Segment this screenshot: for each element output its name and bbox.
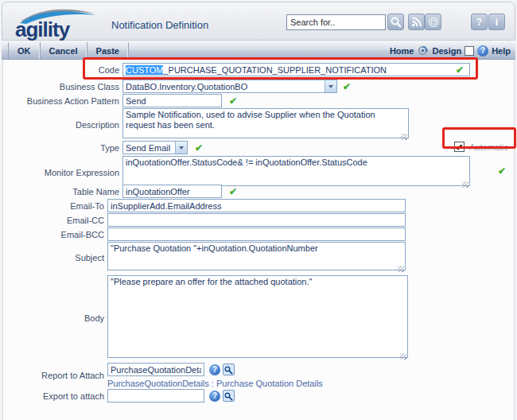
email-cc-row: Email-CC [3, 213, 512, 227]
automatic-label: Automatic [469, 142, 508, 152]
app-header: agility Notification Definition [2, 2, 515, 41]
valid-check-icon: ✔ [343, 82, 351, 91]
question-icon: ? [476, 17, 482, 28]
email-to-label: Email-To [3, 201, 107, 211]
table-name-label: Table Name [3, 187, 122, 196]
business-class-label: Business Class [3, 82, 122, 91]
report-to-attach-label: Report to Attach [3, 371, 107, 380]
subject-textarea[interactable]: "Purchase Quotation "+inQuotation.Quotat… [107, 242, 406, 270]
question-glyph: ? [212, 391, 217, 400]
body-label: Body [3, 313, 107, 323]
email-bcc-row: Email-BCC [3, 228, 512, 241]
email-cc-label: Email-CC [3, 216, 107, 225]
page-title: Notification Definition [111, 19, 208, 31]
code-value-selected: CUSTOM [126, 65, 163, 75]
report-to-attach-row: Report to Attach ? PurchaseQuotationDeta… [3, 363, 512, 388]
logo-wordmark: agility [15, 18, 69, 42]
type-value: Send Email [126, 143, 170, 153]
code-row: Code CUSTOM_PURCHASE_QUOTATION_SUPPLIER_… [3, 63, 512, 76]
globe-icon [427, 16, 440, 29]
business-action-pattern-label: Business Action Pattern [3, 96, 122, 106]
email-bcc-input[interactable] [107, 228, 406, 241]
type-label: Type [3, 143, 122, 153]
valid-check-icon: ✔ [195, 143, 203, 153]
help-button[interactable]: ? [471, 14, 488, 30]
paste-button-label: Paste [96, 46, 119, 56]
checkbox-check-icon: ✔ [456, 143, 463, 151]
agility-logo: agility [14, 5, 101, 40]
type-row: Type Send Email ✔ ✔ Automatic [3, 141, 512, 154]
valid-check-icon: ✔ [229, 96, 237, 106]
cancel-button-label: Cancel [49, 46, 78, 56]
question-glyph: ? [480, 46, 485, 55]
monitor-expression-label: Monitor Expression [3, 168, 122, 177]
automatic-checkbox[interactable]: ✔ [454, 142, 465, 152]
export-to-attach-label: Export to attach [3, 391, 107, 401]
action-toolbar: OK Cancel Paste Home Design ? Help [2, 42, 515, 60]
email-cc-input[interactable] [107, 213, 406, 227]
business-class-select[interactable]: DataBO.Inventory.QuotationBO [122, 80, 337, 93]
code-value-rest: _PURCHASE_QUOTATION_SUPPLIER_NOTIFICATIO… [163, 65, 387, 75]
automatic-field: ✔ Automatic [454, 142, 508, 152]
search-input[interactable] [286, 14, 386, 30]
business-action-pattern-input[interactable] [122, 94, 222, 107]
description-row: Description Sample Notification, used to… [3, 108, 512, 142]
email-bcc-label: Email-BCC [3, 230, 107, 239]
design-icon [417, 45, 429, 56]
ok-button[interactable]: OK [8, 42, 41, 59]
valid-check-icon: ✔ [498, 166, 506, 176]
table-name-row: Table Name ✔ [3, 185, 512, 198]
design-checkbox[interactable] [465, 46, 474, 56]
info-icon: i [496, 17, 498, 28]
question-glyph: ? [212, 365, 217, 374]
search-button[interactable] [387, 14, 404, 30]
code-input[interactable]: CUSTOM_PURCHASE_QUOTATION_SUPPLIER_NOTIF… [122, 63, 470, 76]
email-to-input[interactable] [107, 199, 406, 212]
description-label: Description [3, 120, 122, 130]
export-to-attach-input[interactable] [107, 389, 204, 402]
rss-icon [410, 16, 422, 28]
business-class-row: Business Class DataBO.Inventory.Quotatio… [3, 80, 512, 93]
field-help-icon[interactable]: ? [209, 364, 220, 375]
subject-label: Subject [3, 253, 107, 262]
lookup-icon[interactable] [223, 390, 235, 402]
chevron-down-icon[interactable] [325, 80, 336, 92]
notification-form: Code CUSTOM_PURCHASE_QUOTATION_SUPPLIER_… [2, 60, 515, 420]
home-link[interactable]: Home [390, 46, 414, 56]
ok-button-label: OK [17, 46, 31, 56]
globe-button[interactable] [425, 14, 441, 30]
chevron-down-icon[interactable] [175, 142, 187, 154]
toolbar-help-icon: ? [477, 45, 488, 56]
info-button[interactable]: i [488, 14, 505, 30]
subject-row: Subject "Purchase Quotation "+inQuotatio… [3, 242, 512, 274]
email-to-row: Email-To [3, 199, 512, 212]
body-row: Body "Please prepare an offer for the at… [3, 275, 512, 361]
cancel-button[interactable]: Cancel [41, 42, 87, 59]
table-name-input[interactable] [122, 185, 222, 198]
help-link[interactable]: Help [492, 46, 511, 56]
monitor-expression-textarea[interactable]: inQuotationOffer.StatusCode& != inQuotat… [122, 156, 470, 186]
code-label: Code [3, 65, 122, 75]
search-icon [390, 16, 402, 29]
rss-button[interactable] [408, 14, 425, 30]
report-to-attach-input[interactable] [107, 363, 204, 376]
business-class-value: DataBO.Inventory.QuotationBO [126, 82, 247, 91]
valid-check-icon: ✔ [229, 187, 237, 196]
valid-check-icon: ✔ [456, 65, 464, 75]
field-help-icon[interactable]: ? [209, 391, 220, 402]
type-select[interactable]: Send Email [122, 141, 188, 154]
design-link[interactable]: Design [432, 46, 461, 56]
business-action-pattern-row: Business Action Pattern ✔ [3, 94, 512, 107]
lookup-icon[interactable] [223, 364, 235, 375]
notification-definition-page: agility Notification Definition [0, 0, 517, 420]
export-to-attach-row: Export to attach ? [3, 389, 512, 402]
body-textarea[interactable]: "Please prepare an offer for the attache… [107, 275, 408, 358]
report-to-attach-description: PurchaseQuotationDetails : Purchase Quot… [107, 379, 323, 388]
paste-button[interactable]: Paste [87, 42, 129, 59]
description-textarea[interactable]: Sample Notification, used to advise Supp… [122, 108, 409, 138]
